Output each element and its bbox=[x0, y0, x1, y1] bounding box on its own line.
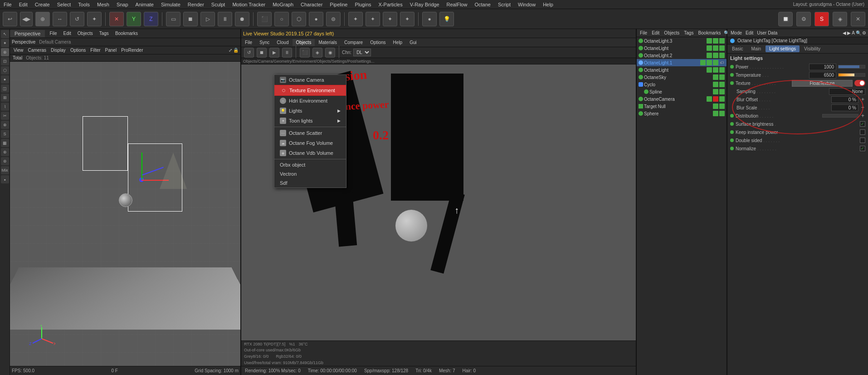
rotate-button[interactable]: ↺ bbox=[70, 12, 84, 26]
ctx-toon-lights[interactable]: ✦ Toon lights bbox=[274, 116, 346, 126]
axis-z-button[interactable]: Z bbox=[144, 12, 158, 26]
record-button[interactable]: ⏺ bbox=[235, 12, 249, 26]
lv-tab-compare[interactable]: Compare bbox=[341, 39, 366, 46]
ctx-hdri-env[interactable]: ○ Hdri Environment bbox=[274, 96, 346, 106]
ctx-vdb[interactable]: ◈ Octane Vdb Volume bbox=[274, 148, 346, 158]
vp-menu-edit[interactable]: Edit bbox=[61, 30, 74, 37]
tool-k[interactable]: ▦ bbox=[1, 139, 9, 147]
vp-panel-menu[interactable]: Panel bbox=[103, 48, 119, 53]
app-menu-octane[interactable]: Octane bbox=[471, 1, 494, 8]
obj-lock-5[interactable] bbox=[713, 67, 718, 73]
obj-lock-4[interactable] bbox=[707, 60, 712, 65]
tool-c[interactable]: ⬡ bbox=[1, 66, 9, 74]
obj-mgr-menu-objects[interactable]: Objects bbox=[663, 30, 681, 35]
tab-perspective[interactable]: Perspective bbox=[10, 30, 45, 37]
channel-select[interactable]: DL bbox=[353, 49, 371, 56]
render2-button[interactable]: ⏸ bbox=[218, 12, 232, 26]
tool5-button[interactable]: ✦ bbox=[348, 12, 363, 26]
app-menu-character[interactable]: Character bbox=[297, 1, 326, 8]
ctx-texture-env[interactable]: ⬡ Texture Environment bbox=[274, 85, 346, 96]
lv-tab-sync[interactable]: Sync bbox=[256, 39, 273, 46]
tool-a[interactable]: ⊕ bbox=[1, 48, 9, 56]
scale-button[interactable]: ✦ bbox=[87, 12, 102, 26]
ctx-orbx[interactable]: Orbx object bbox=[274, 160, 346, 169]
obj-vis-8[interactable] bbox=[713, 89, 718, 94]
obj-vis-6[interactable] bbox=[713, 74, 718, 80]
obj-spline[interactable]: Spline bbox=[637, 88, 727, 95]
obj-lock-11[interactable] bbox=[719, 111, 725, 116]
obj-lock-2[interactable] bbox=[713, 45, 718, 51]
app-menu-render[interactable]: Render bbox=[184, 1, 208, 8]
obj-vis-3[interactable] bbox=[707, 53, 712, 58]
prop-search-icon[interactable]: 🔍 bbox=[856, 30, 861, 35]
app-menu-window[interactable]: Window bbox=[514, 1, 539, 8]
obj-tag-4[interactable]: 🏷 bbox=[719, 60, 725, 65]
lv-btn-lock[interactable]: ◈ bbox=[312, 48, 322, 58]
ctx-scatter[interactable]: ⋯ Octane Scatter bbox=[274, 128, 346, 138]
vp-display-menu[interactable]: Display bbox=[49, 48, 68, 53]
prop-tab-lightsettings[interactable]: Light settings bbox=[766, 45, 800, 52]
tool-n[interactable]: Mix bbox=[1, 166, 9, 174]
vp-prorender-menu[interactable]: ProRender bbox=[119, 48, 145, 53]
octane-icon-2[interactable]: ⚙ bbox=[796, 12, 811, 26]
vp-menu-tags[interactable]: Tags bbox=[97, 30, 112, 37]
obj-vis-2[interactable] bbox=[707, 45, 712, 51]
prop-arrow-left[interactable]: ◀ bbox=[843, 30, 846, 35]
cam-tool-button[interactable]: ⊚ bbox=[326, 12, 341, 26]
obj-vis-4[interactable] bbox=[700, 60, 706, 65]
tool6-button[interactable]: ✦ bbox=[366, 12, 380, 26]
axis-y-button[interactable]: Y bbox=[127, 12, 141, 26]
lv-btn-stop[interactable]: ⏹ bbox=[257, 48, 267, 58]
app-menu-simulate[interactable]: Simulate bbox=[157, 1, 184, 8]
prop-tab-visibility[interactable]: Visibility bbox=[800, 45, 824, 52]
obj-extra-1[interactable] bbox=[719, 38, 725, 44]
prop-tab-basic[interactable]: Basic bbox=[728, 45, 746, 52]
float-texture-button[interactable]: FloatTexture bbox=[792, 80, 853, 87]
expand-icon[interactable]: ⤢ bbox=[229, 48, 232, 53]
move-button[interactable]: ↔ bbox=[53, 12, 67, 26]
object-snap-button[interactable]: ● bbox=[422, 12, 437, 26]
vp-menu-file[interactable]: File bbox=[47, 30, 59, 37]
lock-icon[interactable]: 🔒 bbox=[233, 48, 239, 53]
vp-menu-bookmarks[interactable]: Bookmarks bbox=[112, 30, 141, 37]
tool-h[interactable]: ✂ bbox=[1, 112, 9, 120]
app-menu-tools[interactable]: Tools bbox=[74, 1, 93, 8]
prop-plus-distribution[interactable]: + bbox=[860, 113, 865, 119]
obj-mgr-menu-tags[interactable]: Tags bbox=[683, 30, 695, 35]
tool-d[interactable]: ● bbox=[1, 75, 9, 84]
tool7-button[interactable]: ✦ bbox=[383, 12, 397, 26]
tool-g[interactable]: ⌇ bbox=[1, 103, 9, 111]
prop-checkbox-keep-instance-power[interactable] bbox=[860, 129, 865, 135]
prop-plus-blurscale[interactable]: + bbox=[860, 104, 865, 111]
lv-btn-pause[interactable]: ⏸ bbox=[282, 48, 292, 58]
render-settings-button[interactable]: ▭ bbox=[166, 12, 180, 26]
app-menu-sculpt[interactable]: Sculpt bbox=[208, 1, 229, 8]
obj-octanecam[interactable]: OctaneCamera bbox=[637, 95, 727, 103]
obj-octanelight1[interactable]: OctaneLight.1 🏷 bbox=[637, 59, 727, 66]
obj-extra-4[interactable] bbox=[713, 60, 718, 65]
app-menu-animate[interactable]: Animate bbox=[132, 1, 157, 8]
obj-mgr-menu-file[interactable]: File bbox=[639, 30, 649, 35]
octane-icon-1[interactable]: 🔲 bbox=[778, 12, 793, 26]
vp-view-menu[interactable]: View bbox=[12, 48, 25, 53]
obj-mgr-menu-edit[interactable]: Edit bbox=[650, 30, 661, 35]
app-menu-pipeline[interactable]: Pipeline bbox=[326, 1, 351, 8]
app-menu-xparticles[interactable]: X-Particles bbox=[375, 1, 406, 8]
obj-vis-1[interactable] bbox=[707, 38, 712, 44]
obj-vis-10[interactable] bbox=[713, 104, 718, 109]
tool-f[interactable]: ⊞ bbox=[1, 94, 9, 102]
obj-octanelight2[interactable]: OctaneLight.2 bbox=[637, 52, 727, 59]
app-menu-vraybridge[interactable]: V-Ray Bridge bbox=[406, 1, 443, 8]
prop-checkbox-normalize[interactable]: ✓ bbox=[860, 146, 865, 151]
prop-checkbox-double-sided[interactable] bbox=[860, 138, 865, 143]
light-tool-button[interactable]: ● bbox=[309, 12, 323, 26]
tool-e[interactable]: ◫ bbox=[1, 84, 9, 93]
app-menu-edit[interactable]: Edit bbox=[15, 1, 31, 8]
obj-lock-10[interactable] bbox=[719, 104, 725, 109]
obj-octanelight5[interactable]: OctaneLight bbox=[637, 66, 727, 74]
obj-targetnull[interactable]: Target Null bbox=[637, 103, 727, 110]
prop-slider-distribution[interactable] bbox=[822, 114, 858, 118]
app-menu-plugins[interactable]: Plugins bbox=[351, 1, 375, 8]
poly-button[interactable]: ⬡ bbox=[292, 12, 306, 26]
obj-sphere[interactable]: Sphere bbox=[637, 110, 727, 117]
